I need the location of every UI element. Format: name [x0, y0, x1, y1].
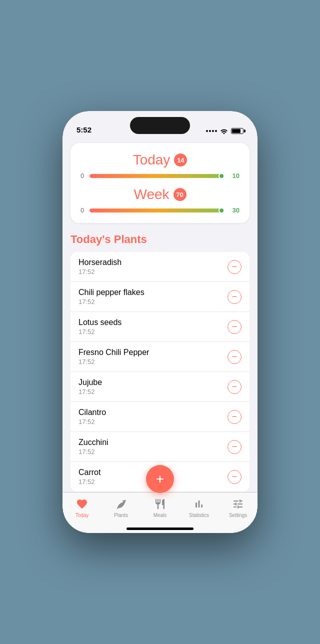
week-badge: 70 [174, 188, 186, 201]
tab-today[interactable]: Today [62, 498, 102, 518]
week-bar-fill [90, 208, 224, 212]
remove-plant-button[interactable]: − [228, 440, 242, 454]
plant-item: Horseradish17:52− [70, 252, 250, 282]
home-indicator [126, 528, 194, 530]
remove-plant-button[interactable]: − [228, 320, 242, 334]
tab-settings-icon [232, 498, 244, 510]
plant-info: Cilantro17:52 [78, 408, 106, 426]
today-bar-row: 0 10 [80, 172, 240, 180]
dynamic-island [130, 117, 190, 134]
battery-icon [231, 128, 244, 134]
remove-plant-button[interactable]: − [228, 260, 242, 274]
plant-time: 17:52 [78, 418, 106, 426]
plant-info: Horseradish17:52 [78, 258, 122, 276]
status-icons [206, 128, 244, 134]
progress-card: Today 14 0 10 Week [70, 143, 250, 223]
plant-info: Carrot17:52 [78, 468, 100, 486]
plant-time: 17:52 [78, 448, 108, 456]
tab-meals-label: Meals [154, 512, 167, 518]
tab-plants[interactable]: Plants [102, 498, 140, 518]
plant-name: Cilantro [78, 408, 106, 417]
today-progress-row: Today 14 0 10 [80, 152, 240, 180]
week-bar-row: 0 30 [80, 206, 240, 214]
tab-meals-icon [154, 498, 166, 510]
remove-plant-button[interactable]: − [228, 350, 242, 364]
tab-today-icon [76, 498, 88, 510]
add-icon: + [156, 472, 164, 486]
remove-plant-button[interactable]: − [228, 410, 242, 424]
add-plant-button[interactable]: + [146, 465, 174, 493]
plant-info: Jujube17:52 [78, 378, 102, 396]
plant-item: Fresno Chili Pepper17:52− [70, 342, 250, 372]
tab-plants-icon [114, 498, 128, 510]
plant-time: 17:52 [78, 478, 100, 486]
today-badge: 14 [174, 154, 187, 166]
plant-name: Fresno Chili Pepper [78, 348, 149, 357]
plant-item: Zucchini17:52− [70, 432, 250, 462]
remove-plant-button[interactable]: − [228, 380, 242, 394]
plant-name: Jujube [78, 378, 102, 387]
today-max: 10 [228, 172, 240, 180]
tab-settings-label: Settings [229, 512, 247, 518]
plant-name: Zucchini [78, 438, 108, 447]
today-bar-dot [218, 174, 224, 178]
tab-statistics-icon [192, 498, 206, 510]
today-bar [90, 174, 224, 178]
plant-name: Chili pepper flakes [78, 288, 144, 297]
remove-plant-button[interactable]: − [228, 470, 242, 484]
plant-name: Lotus seeds [78, 318, 122, 327]
week-title: Week 70 [80, 186, 240, 202]
section-title: Today's Plants [70, 233, 250, 246]
tab-statistics-label: Statistics [189, 512, 209, 518]
plant-item: Cilantro17:52− [70, 402, 250, 432]
tab-bar: Today Plants Meals [62, 492, 258, 533]
tab-meals[interactable]: Meals [140, 498, 180, 518]
plant-time: 17:52 [78, 358, 149, 366]
today-min: 0 [80, 172, 86, 180]
phone-screen: 5:52 [62, 111, 258, 533]
plant-time: 17:52 [78, 268, 122, 276]
week-bar-dot [218, 208, 224, 212]
remove-plant-button[interactable]: − [228, 290, 242, 304]
tab-plants-label: Plants [114, 512, 128, 518]
plant-item: Jujube17:52− [70, 372, 250, 402]
status-time: 5:52 [76, 126, 92, 134]
plant-time: 17:52 [78, 388, 102, 396]
plant-name: Carrot [78, 468, 100, 477]
phone-frame: 5:52 [62, 111, 258, 533]
today-title: Today 14 [80, 152, 240, 168]
week-min: 0 [80, 206, 86, 214]
plant-item: Chili pepper flakes17:52− [70, 282, 250, 312]
plant-item: Lotus seeds17:52− [70, 312, 250, 342]
tab-today-label: Today [76, 512, 89, 518]
plant-list: Horseradish17:52−Chili pepper flakes17:5… [70, 252, 250, 492]
week-progress-row: Week 70 0 30 [80, 186, 240, 214]
plant-info: Chili pepper flakes17:52 [78, 288, 144, 306]
week-bar [90, 208, 224, 212]
today-bar-fill [90, 174, 224, 178]
plant-info: Zucchini17:52 [78, 438, 108, 456]
plant-info: Lotus seeds17:52 [78, 318, 122, 336]
week-max: 30 [228, 206, 240, 214]
tab-settings[interactable]: Settings [218, 498, 258, 518]
tab-statistics[interactable]: Statistics [180, 498, 218, 518]
plant-info: Fresno Chili Pepper17:52 [78, 348, 149, 366]
main-content: Today 14 0 10 Week [62, 138, 258, 492]
wifi-icon [220, 128, 228, 134]
plant-name: Horseradish [78, 258, 122, 267]
plant-time: 17:52 [78, 328, 122, 336]
plant-time: 17:52 [78, 298, 144, 306]
signal-icon [206, 130, 217, 132]
